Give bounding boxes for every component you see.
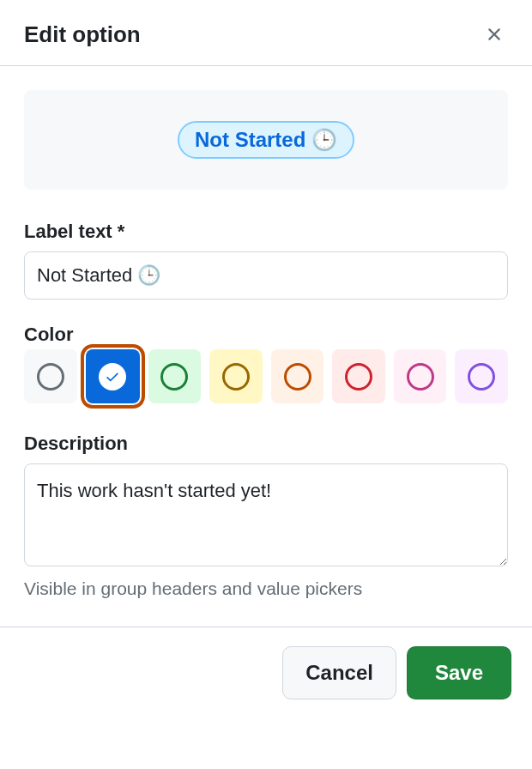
label-text-group: Label text * — [24, 221, 508, 300]
cancel-button[interactable]: Cancel — [282, 646, 396, 699]
description-help: Visible in group headers and value picke… — [24, 578, 508, 599]
preview-chip: Not Started 🕒 — [178, 121, 354, 159]
description-textarea[interactable] — [24, 463, 508, 566]
preview-section: Not Started 🕒 — [24, 90, 508, 190]
color-swatch-blue[interactable] — [86, 349, 140, 403]
color-swatch-pink[interactable] — [394, 349, 447, 403]
color-group: Color — [24, 324, 508, 403]
description-label: Description — [24, 433, 508, 455]
description-group: Description Visible in group headers and… — [24, 433, 508, 599]
ring-icon — [468, 363, 495, 391]
swatch-highlight — [86, 349, 140, 403]
color-swatch-orange[interactable] — [271, 349, 324, 403]
color-swatch-green[interactable] — [148, 349, 202, 403]
ring-icon — [222, 363, 250, 391]
dialog-footer: Cancel Save — [0, 627, 532, 718]
check-icon — [99, 363, 126, 391]
color-swatch-red[interactable] — [332, 349, 385, 403]
dialog-title: Edit option — [24, 21, 141, 48]
ring-icon — [407, 363, 434, 391]
close-icon — [484, 24, 505, 45]
save-button[interactable]: Save — [407, 646, 511, 699]
ring-icon — [345, 363, 372, 391]
color-swatch-yellow[interactable] — [209, 349, 263, 403]
label-text-label: Label text * — [24, 221, 508, 243]
color-swatches — [24, 349, 508, 403]
label-text-input[interactable] — [24, 251, 508, 300]
color-swatch-gray[interactable] — [24, 349, 77, 403]
ring-icon — [284, 363, 311, 391]
dialog-header: Edit option — [0, 0, 532, 66]
close-button[interactable] — [481, 21, 508, 48]
color-label: Color — [24, 324, 508, 346]
ring-icon — [37, 363, 64, 391]
ring-icon — [160, 363, 188, 391]
dialog-body: Not Started 🕒 Label text * Color — [0, 66, 532, 627]
color-swatch-purple[interactable] — [455, 349, 508, 403]
